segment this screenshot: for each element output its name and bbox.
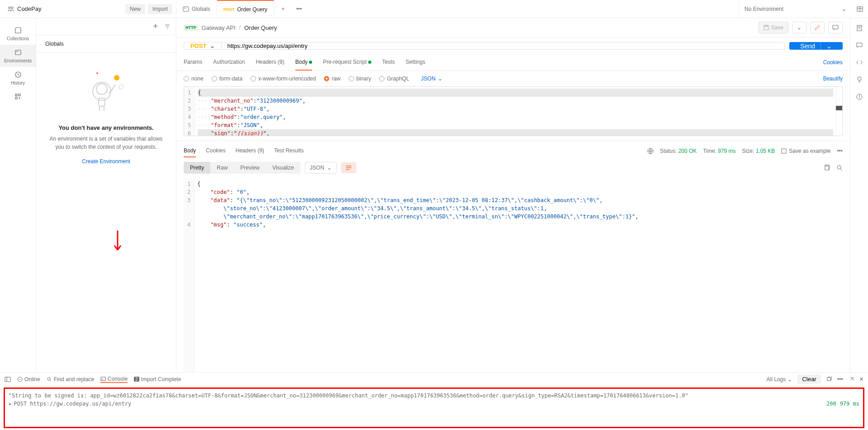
status-value: 200 OK [678,148,697,154]
sidebar-more[interactable] [0,89,36,104]
resp-tab-headers[interactable]: Headers (9) [236,145,264,157]
save-as-example[interactable]: Save as example [781,148,830,154]
save-dropdown[interactable]: ⌄ [792,22,806,33]
tab-order-query[interactable]: POST Order Query [217,0,274,18]
resp-tab-cookies[interactable]: Cookies [206,145,225,157]
copy-icon[interactable] [826,377,832,382]
clear-console[interactable]: Clear [797,374,821,384]
svg-rect-12 [15,97,17,99]
env-quicklook-button[interactable] [852,5,868,13]
popout-icon[interactable] [849,377,854,382]
line-wrap-toggle[interactable] [341,162,356,173]
view-pretty[interactable]: Pretty [184,162,210,174]
resp-tab-tests[interactable]: Test Results [274,145,304,157]
raw-type-selector[interactable]: JSON ⌄ [421,76,442,82]
breadcrumb-current: Order Query [244,24,277,31]
request-body-editor[interactable]: 123456 { ····"merchant_no":"312300000969… [184,86,843,136]
chevron-down-icon: ⌄ [842,6,846,12]
svg-rect-42 [5,377,10,382]
comments-icon[interactable] [856,42,863,49]
globals-item[interactable]: Globals [36,35,176,53]
beautify-link[interactable]: Beautify [823,76,843,82]
console-icon [100,376,106,382]
svg-point-36 [858,77,861,80]
workspace-name: CodePay [17,5,41,12]
body-type-graphql[interactable]: GraphQL [379,76,409,82]
svg-line-31 [840,169,842,170]
lightbulb-icon[interactable] [856,76,863,83]
console-log-line: "String to be signed is: app_id=wz601282… [9,392,859,400]
breadcrumb: HTTP Gateway API / Order Query Save ⌄ [176,18,850,38]
tab-params[interactable]: Params [184,54,202,71]
footer-panel-toggle[interactable] [5,377,11,382]
environment-selector[interactable]: No Environment ⌄ [739,0,852,18]
footer-online[interactable]: Online [17,376,40,383]
svg-rect-7 [15,50,21,55]
save-button[interactable]: Save [759,22,788,33]
svg-rect-47 [101,377,105,381]
astronaut-illustration [81,66,131,116]
send-button[interactable]: Send ⌄ [789,42,843,50]
add-env-button[interactable]: + [153,22,158,31]
environments-icon [14,48,22,57]
tab-settings[interactable]: Settings [406,54,425,71]
empty-desc: An environment is a set of variables tha… [45,135,167,151]
resp-tab-body[interactable]: Body [184,145,196,157]
tab-headers[interactable]: Headers (9) [256,54,284,71]
svg-point-41 [859,95,859,96]
docs-icon[interactable] [856,24,863,32]
search-icon[interactable] [836,165,843,171]
body-type-binary[interactable]: binary [349,76,371,82]
check-circle-icon [17,377,23,382]
tab-overflow-button[interactable]: ••• [292,6,307,12]
svg-rect-10 [15,94,17,96]
breadcrumb-api[interactable]: Gateway API [202,24,236,31]
svg-rect-2 [183,7,189,11]
view-visualize[interactable]: Visualize [266,162,300,174]
pencil-icon [814,24,821,31]
view-preview[interactable]: Preview [234,162,266,174]
new-button[interactable]: New [125,4,145,14]
save-icon [764,25,769,30]
comment-button[interactable] [828,22,843,33]
view-raw[interactable]: Raw [210,162,234,174]
edit-button[interactable] [810,22,825,33]
code-icon[interactable] [856,59,863,66]
cookies-link[interactable]: Cookies [823,59,843,66]
console-more[interactable]: ••• [837,376,843,383]
tab-body[interactable]: Body [295,54,312,71]
footer-import-complete[interactable]: 2Import Complete [134,376,181,383]
footer-console[interactable]: Console [100,376,128,383]
body-type-raw[interactable]: raw [324,76,340,82]
new-tab-button[interactable]: + [274,6,292,12]
tab-globals[interactable]: Globals [176,0,217,18]
close-console[interactable]: × [859,375,863,383]
tab-tests[interactable]: Tests [382,54,395,71]
tab-authorization[interactable]: Authorization [213,54,245,71]
method-selector[interactable]: POST ⌄ [184,43,222,49]
chevron-down-icon: ⌄ [821,42,832,50]
svg-rect-23 [833,25,838,29]
sidebar-collections[interactable]: Collections [0,23,36,45]
filter-icon[interactable] [164,24,171,30]
sidebar-history[interactable]: History [0,67,36,89]
copy-icon[interactable] [824,165,830,171]
response-body-editor[interactable]: 123 4 { "code": "0", "data": "{\"trans_n… [184,178,843,372]
footer-find-replace[interactable]: Find and replace [47,376,94,383]
tab-prerequest[interactable]: Pre-request Script [323,54,371,71]
resp-type-selector[interactable]: JSON ⌄ [305,162,337,174]
svg-point-14 [96,84,107,95]
body-type-none[interactable]: none [184,76,204,82]
import-button[interactable]: Import [148,4,172,14]
workspace-selector[interactable]: CodePay [4,5,41,13]
resp-more[interactable]: ••• [837,148,843,154]
svg-rect-22 [765,25,768,27]
body-type-formdata[interactable]: form-data [212,76,242,82]
console-request-line[interactable]: ▸ POST https://gw.codepay.us/api/entry 2… [9,400,859,408]
create-environment-link[interactable]: Create Environment [82,158,130,165]
info-icon[interactable] [856,93,863,100]
log-filter[interactable]: All Logs ⌄ [766,376,792,383]
url-input[interactable] [222,43,784,49]
body-type-xform[interactable]: x-www-form-urlencoded [251,76,316,82]
sidebar-environments[interactable]: Environments [0,45,36,67]
